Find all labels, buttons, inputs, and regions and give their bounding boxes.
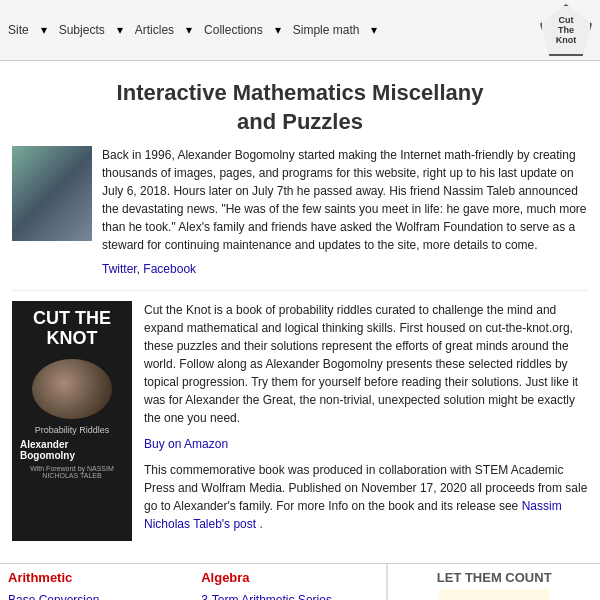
main-content: Back in 1996, Alexander Bogomolny starte… [0,146,600,563]
book-cover-title: CUT THE KNOT [20,309,124,349]
book-cover-image [32,359,112,419]
nav-subjects[interactable]: Subjects [59,23,105,37]
nav-site[interactable]: Site [8,23,29,37]
logo-line2: The [558,25,574,35]
arithmetic-column: Arithmetic Base Conversion Divisibility … [0,564,193,600]
intro-links: Twitter, Facebook [102,260,588,278]
intro-paragraph: Back in 1996, Alexander Bogomolny starte… [102,148,587,252]
logo: Cut The Knot [540,4,592,56]
facebook-link[interactable]: Facebook [143,262,196,276]
right-columns: LET THEM COUNT [386,564,600,600]
arithmetic-header: Arithmetic [8,570,185,585]
book-section: CUT THE KNOT Probability Riddles Alexand… [12,290,588,541]
intro-text: Back in 1996, Alexander Bogomolny starte… [102,146,588,278]
nav-articles[interactable]: Articles [135,23,174,37]
alex-photo [12,146,92,241]
book-cover-author: Alexander Bogomolny [20,439,124,461]
bottom-grid: Arithmetic Base Conversion Divisibility … [0,563,600,600]
arithmetic-item-0[interactable]: Base Conversion [8,590,185,600]
let-count-box: LET THEM COUNT [387,564,600,600]
intro-section: Back in 1996, Alexander Bogomolny starte… [12,146,588,278]
buy-on-amazon-link[interactable]: Buy on Amazon [144,437,228,451]
logo-line1: Cut [559,15,574,25]
book-cover: CUT THE KNOT Probability Riddles Alexand… [12,301,132,541]
navigation: Site ▾ Subjects ▾ Articles ▾ Collections… [0,0,600,61]
book-desc-2: This commemorative book was produced in … [144,461,588,533]
let-count-image: + 1+2 [439,589,549,600]
page-title: Interactive Mathematics Miscellany and P… [0,61,600,146]
let-count-title: LET THEM COUNT [437,570,552,585]
book-cover-foreword: With Foreword by NASSIM NICHOLAS TALEB [20,465,124,479]
twitter-link[interactable]: Twitter [102,262,137,276]
logo-line3: Knot [556,35,577,45]
nav-simple-math[interactable]: Simple math [293,23,360,37]
nav-collections[interactable]: Collections [204,23,263,37]
algebra-header: Algebra [201,570,378,585]
algebra-item-0[interactable]: 3-Term Arithmetic Series [201,590,378,600]
book-description: Cut the Knot is a book of probability ri… [144,301,588,541]
algebra-column: Algebra 3-Term Arithmetic Series Binary … [193,564,386,600]
book-cover-subtitle: Probability Riddles [35,425,110,435]
book-desc-1: Cut the Knot is a book of probability ri… [144,301,588,427]
